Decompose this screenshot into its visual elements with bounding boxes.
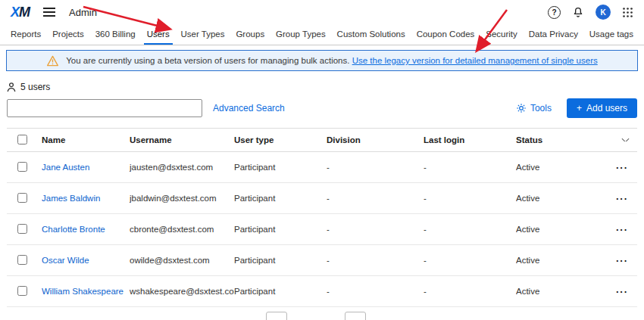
user-type-cell: Participant (234, 163, 327, 172)
select-all-checkbox[interactable] (17, 135, 27, 144)
table-row: Charlotte Bronte cbronte@dsxtest.com Par… (7, 214, 637, 245)
users-table: Name Username User type Division Last lo… (7, 128, 637, 307)
search-toolbar: Advanced Search Tools + Add users (7, 98, 637, 118)
table-row: James Baldwin jbaldwin@dsxtest.com Parti… (7, 183, 637, 214)
user-type-cell: Participant (234, 256, 327, 265)
tab-group-types[interactable]: Group Types (273, 24, 329, 45)
tab-user-types[interactable]: User Types (178, 24, 228, 45)
division-cell: - (327, 194, 424, 203)
tools-label: Tools (530, 103, 552, 113)
banner-message: You are currently using a beta version o… (66, 56, 349, 65)
table-row: Oscar Wilde owilde@dsxtest.com Participa… (7, 245, 637, 276)
row-checkbox[interactable] (17, 162, 27, 172)
person-icon (7, 82, 16, 92)
topbar-actions: ? K (548, 5, 633, 20)
user-name-link[interactable]: William Shakespeare (42, 287, 123, 296)
row-actions-ellipsis-icon[interactable]: ··· (616, 193, 628, 204)
gear-icon (516, 103, 527, 113)
row-checkbox[interactable] (17, 255, 27, 265)
beta-banner: You are currently using a beta version o… (6, 50, 638, 71)
banner-text: You are currently using a beta version o… (66, 56, 598, 65)
account-avatar[interactable]: K (596, 5, 611, 20)
username-cell: cbronte@dsxtest.com (130, 225, 234, 234)
row-checkbox[interactable] (17, 193, 27, 203)
row-actions-ellipsis-icon[interactable]: ··· (616, 224, 628, 235)
advanced-search-link[interactable]: Advanced Search (213, 103, 285, 113)
last-login-cell: - (424, 194, 516, 203)
add-users-button[interactable]: + Add users (567, 98, 637, 118)
row-actions-ellipsis-icon[interactable]: ··· (616, 255, 628, 266)
user-type-cell: Participant (234, 287, 327, 296)
username-cell: jbaldwin@dsxtest.com (130, 194, 234, 203)
hamburger-menu-icon[interactable] (43, 8, 55, 17)
tab-coupon-codes[interactable]: Coupon Codes (414, 24, 478, 45)
table-header-row: Name Username User type Division Last lo… (7, 128, 637, 152)
tab-usage-tags[interactable]: Usage tags (586, 24, 636, 45)
warning-icon (46, 55, 59, 67)
status-cell: Active (516, 163, 608, 172)
help-icon[interactable]: ? (548, 6, 561, 19)
last-login-cell: - (424, 256, 516, 265)
last-login-cell: - (424, 225, 516, 234)
user-type-cell: Participant (234, 194, 327, 203)
row-actions-ellipsis-icon[interactable]: ··· (616, 162, 628, 173)
row-actions-ellipsis-icon[interactable]: ··· (616, 286, 628, 297)
table-row: Jane Austen jausten@dsxtest.com Particip… (7, 152, 637, 183)
status-cell: Active (516, 287, 608, 296)
pagination-next-button[interactable] (345, 312, 366, 320)
user-name-link[interactable]: Jane Austen (42, 163, 89, 172)
chevron-down-icon[interactable] (622, 138, 630, 141)
status-cell: Active (516, 194, 608, 203)
tab-groups[interactable]: Groups (233, 24, 267, 45)
status-cell: Active (516, 256, 608, 265)
xm-logo: X M (11, 5, 30, 20)
user-type-cell: Participant (234, 225, 327, 234)
user-name-link[interactable]: Oscar Wilde (42, 256, 89, 265)
column-header-division[interactable]: Division (327, 135, 424, 144)
row-checkbox[interactable] (17, 224, 27, 234)
tab-users[interactable]: Users (144, 24, 173, 45)
legacy-version-link[interactable]: Use the legacy version for detailed mana… (352, 56, 598, 65)
column-header-status[interactable]: Status (516, 135, 608, 144)
division-cell: - (327, 163, 424, 172)
tools-button[interactable]: Tools (516, 103, 552, 113)
admin-nav-tabs: Reports Projects 360 Billing Users User … (0, 24, 644, 45)
division-cell: - (327, 225, 424, 234)
user-name-link[interactable]: Charlotte Bronte (42, 225, 105, 234)
tab-data-privacy[interactable]: Data Privacy (526, 24, 581, 45)
tab-360-billing[interactable]: 360 Billing (92, 24, 139, 45)
page-title: Admin (69, 7, 97, 18)
notifications-bell-icon[interactable] (572, 6, 584, 18)
username-cell: jausten@dsxtest.com (130, 163, 234, 172)
username-cell: owilde@dsxtest.com (130, 256, 234, 265)
search-input[interactable] (7, 99, 202, 117)
pagination-prev-button[interactable] (266, 312, 287, 320)
last-login-cell: - (424, 287, 516, 296)
user-count: 5 users (7, 82, 637, 92)
division-cell: - (327, 287, 424, 296)
status-cell: Active (516, 225, 608, 234)
pagination (0, 312, 638, 320)
column-header-last-login[interactable]: Last login (424, 135, 516, 144)
add-users-label: Add users (586, 103, 627, 113)
column-header-user-type[interactable]: User type (234, 135, 327, 144)
toolbar-right: Tools + Add users (516, 98, 637, 118)
tab-security[interactable]: Security (483, 24, 521, 45)
logo-x: X (11, 5, 19, 20)
division-cell: - (327, 256, 424, 265)
last-login-cell: - (424, 163, 516, 172)
column-header-username[interactable]: Username (130, 135, 234, 144)
user-name-link[interactable]: James Baldwin (42, 194, 100, 203)
tab-projects[interactable]: Projects (49, 24, 87, 45)
plus-icon: + (577, 103, 582, 113)
username-cell: wshakespeare@dsxtest.com (130, 287, 234, 296)
logo-m: M (19, 5, 30, 20)
column-header-name[interactable]: Name (42, 135, 130, 144)
tab-reports[interactable]: Reports (8, 24, 44, 45)
row-checkbox[interactable] (17, 286, 27, 296)
top-bar: X M Admin ? K (0, 0, 644, 24)
user-count-label: 5 users (20, 82, 50, 92)
tab-custom-solutions[interactable]: Custom Solutions (334, 24, 408, 45)
table-row: William Shakespeare wshakespeare@dsxtest… (7, 276, 637, 307)
app-switcher-grid-icon[interactable] (622, 7, 633, 18)
